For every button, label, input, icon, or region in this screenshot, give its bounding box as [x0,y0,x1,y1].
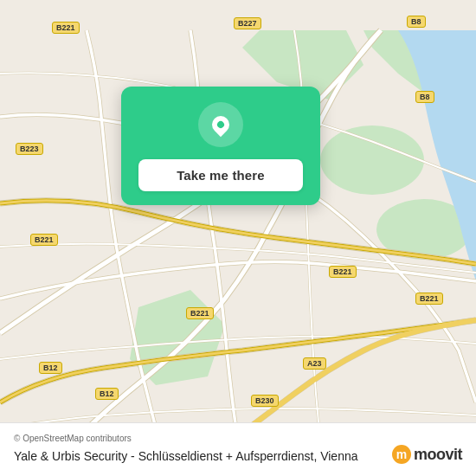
map-attribution: © OpenStreetMap contributors [14,434,462,443]
road-badge-b227: B227 [234,17,261,29]
svg-point-2 [320,125,424,195]
map-container: B221 B227 B8 B8 B223 B221 B221 B221 B221… [0,0,476,476]
road-badge-b221-far-right: B221 [415,293,443,305]
pin-marker [209,113,233,137]
location-card: Take me there [121,87,320,205]
moovit-logo-text: moovit [414,446,462,464]
road-badge-b8-right: B8 [415,91,434,103]
moovit-logo: m moovit [392,445,462,464]
road-badge-a23: A23 [303,357,326,370]
road-badge-b221-bottom-right: B221 [329,266,357,278]
svg-marker-3 [130,290,225,385]
road-badge-b8-top: B8 [407,16,426,28]
road-badge-b12-mid: B12 [95,388,119,400]
map-background [0,0,476,476]
take-me-there-button[interactable]: Take me there [138,159,303,191]
road-badge-b221-top: B221 [52,22,80,34]
road-badge-b221-mid: B221 [30,234,58,246]
moovit-logo-icon: m [392,445,411,464]
location-pin-icon [198,102,243,147]
svg-text:m: m [396,447,407,461]
road-badge-b223: B223 [16,143,43,155]
bottom-info-bar: © OpenStreetMap contributors Yale & Urbi… [0,422,476,476]
road-badge-b230: B230 [251,395,279,407]
road-badge-b221-bottom-mid: B221 [186,307,214,319]
road-badge-b12-left: B12 [39,362,62,374]
